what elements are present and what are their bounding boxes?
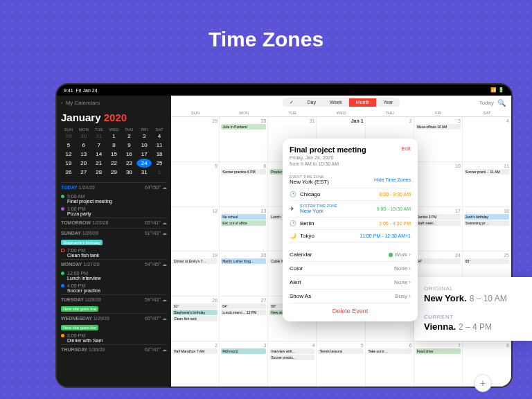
current-city: Vienna. [424,321,456,332]
calendar-event[interactable]: Move offices 10 AM [416,124,461,130]
calendar-event[interactable]: 61° [172,303,218,309]
popup-title: Final project meeting [290,145,366,154]
calendar-cell[interactable]: 7Food drive [414,342,463,386]
today-button[interactable]: Today [479,100,494,106]
calendar-cell[interactable]: 20Martin Luther King… [220,251,268,296]
detail-row[interactable]: Show As Busy › [290,290,411,303]
view-year[interactable]: Year [376,98,400,107]
event-item[interactable]: 1:00 PMPizza party [61,205,167,218]
edit-button[interactable]: Edit [401,145,411,152]
calendar-event[interactable]: 54° [221,303,266,309]
calendar-cell[interactable]: 3Richmond [220,342,268,386]
delete-event-button[interactable]: Delete Event [290,303,411,314]
detail-row[interactable]: Color None › [290,262,411,276]
calendar-event[interactable]: Stephanie's birthday [172,310,218,315]
status-bar: 9:41 Fri Jan 24 📶 🔋 [57,85,511,96]
calendar-event[interactable]: Josh's birthday [464,214,509,220]
original-city: New York. [424,293,467,303]
view-check[interactable]: ✓ [283,98,301,107]
calendar-event[interactable]: Soccer practice 6 PM [221,169,266,175]
original-label: ORIGINAL [424,285,522,292]
calendar-event[interactable]: Lunch intervi… 12 PM [221,310,266,315]
event-item[interactable]: New site goes live [61,305,167,313]
add-event-button[interactable]: + [474,374,492,392]
timezone-row[interactable]: ✈SYSTEM TIME ZONENew York9:00 - 10:30 AM [290,201,411,218]
calendar-cell[interactable]: 10 [414,162,463,206]
calendar-cell[interactable]: 6Take out tr… [366,342,414,386]
detail-row[interactable]: Alert None › [290,276,411,290]
event-item[interactable]: New site goes live [61,323,167,332]
calendar-event[interactable]: Soccer practic… [269,355,314,360]
calendar-event[interactable]: Swimming pr… [464,220,509,226]
view-switcher: ✓ Day Week Month Year Today 🔍 [171,96,511,109]
calendar-event[interactable]: Dentist 3 PM [416,214,461,220]
calendar-event[interactable]: Take out tr… [367,348,412,354]
event-item[interactable]: 8:00 PMDinner with Sam [61,332,167,344]
day-header: TODAY 1/24/2064°/50° ☁ [61,182,167,193]
calendar-event[interactable]: Richmond [221,348,266,354]
event-item[interactable]: 9:00 AMFinal project meeting [61,193,167,205]
event-item[interactable]: Stephanie's birthday [61,238,167,247]
day-header: MONDAY 1/27/2054°/45° ☁ [61,259,167,269]
calendar-cell[interactable]: 4Interview with…Soccer practic… [268,342,317,386]
calendar-cell[interactable]: 11Soccer practi… 11 AM [463,162,511,206]
calendar-cell[interactable]: 5 [171,162,220,206]
calendar-cell[interactable]: 18Josh's birthdaySwimming pr… [463,207,511,251]
calendar-cell[interactable]: 13No schoolEric out of office [220,207,268,251]
search-icon[interactable]: 🔍 [497,99,506,107]
calendar-event[interactable]: Clean fish tank [172,316,218,321]
calendar-event[interactable]: Julie in Portland [221,124,266,130]
month-label: January 2020 [61,112,167,123]
back-button[interactable]: ‹ My Calendars [61,100,167,106]
event-detail-popup: Final project meetingEditFriday, Jan 24,… [283,139,418,321]
day-header: TUESDAY 1/28/2059°/43° ☁ [61,294,167,305]
event-item[interactable]: 4:00 PMSoccer practice [61,282,167,294]
event-item[interactable]: 7:00 PMClean fish tank [61,247,167,259]
day-header: TOMORROW 1/25/2065°/41° ☁ [61,218,167,228]
day-header: SUNDAY 1/26/2061°/43° ☁ [61,228,167,238]
calendar-event[interactable]: Tennis lessons [318,348,363,354]
calendar-cell[interactable]: 5Tennis lessons [317,342,365,386]
calendar-cell[interactable]: 17Dentist 3 PMStaff meeti… [414,207,463,251]
mini-calendar[interactable]: SUNMONTUEWEDTHUFRISAT2930311234567891011… [61,127,167,177]
calendar-event[interactable]: Dinner at Emily's 7… [172,258,218,264]
chevron-left-icon: ‹ [61,100,63,106]
calendar-cell[interactable]: 2754°Lunch intervi… 12 PM [220,296,268,341]
hero-title: Time Zones [0,28,532,51]
view-day[interactable]: Day [301,98,323,107]
hide-timezones-button[interactable]: Hide Time Zones [374,177,411,182]
view-month[interactable]: Month [349,98,376,107]
calendar-cell[interactable]: 6Soccer practice 6 PM [220,162,268,206]
timezone-row[interactable]: 🕐Berlin3:00 - 4:30 PM [290,218,411,230]
day-header: WEDNESDAY 1/29/2060°/47° ☁ [61,313,167,323]
calendar-cell[interactable]: 3Move offices 10 AM [414,117,463,161]
calendar-event[interactable]: Eric out of office [221,220,266,226]
event-item[interactable]: 12:00 PMLunch interview [61,269,167,282]
calendar-cell[interactable]: 4 [463,117,511,161]
calendar-event[interactable]: Half Marathon 7 AM [172,348,218,354]
timezone-row[interactable]: 🌙Tokyo11:00 PM - 12:30 AM+1 [290,230,411,242]
calendar-cell[interactable]: 12 [171,207,220,251]
timezone-row[interactable]: 🕐Chicago8:00 - 9:30 AM [290,188,411,201]
timezone-overlay: ORIGINAL New York.8 – 10 AM CURRENT Vien… [414,277,532,341]
calendar-cell[interactable]: 29 [171,117,220,161]
calendar-event[interactable]: Staff meeti… [416,220,461,226]
calendar-cell[interactable]: 30Julie in Portland [220,117,268,161]
day-header: THURSDAY 1/30/2062°/47° ☁ [61,344,167,355]
detail-row[interactable]: Calendar Work › [290,248,411,262]
sidebar: ‹ My Calendars January 2020 SUNMONTUEWED… [57,96,171,387]
calendar-cell[interactable]: 19Dinner at Emily's 7… [171,251,220,296]
calendar-event[interactable]: 64° [416,258,461,264]
calendar-event[interactable]: Soccer practi… 11 AM [464,169,509,175]
current-label: CURRENT [424,314,522,320]
calendar-event[interactable]: Food drive [416,348,461,354]
calendar-cell[interactable]: 2661°Stephanie's birthdayClean fish tank [171,296,220,341]
calendar-cell[interactable]: 2Half Marathon 7 AM [171,342,220,386]
calendar-event[interactable]: 65° [464,258,509,264]
calendar-event[interactable]: Interview with… [269,348,314,354]
calendar-event[interactable]: No school [221,214,266,220]
calendar-event[interactable]: Martin Luther King… [221,258,266,264]
view-week[interactable]: Week [323,98,349,107]
